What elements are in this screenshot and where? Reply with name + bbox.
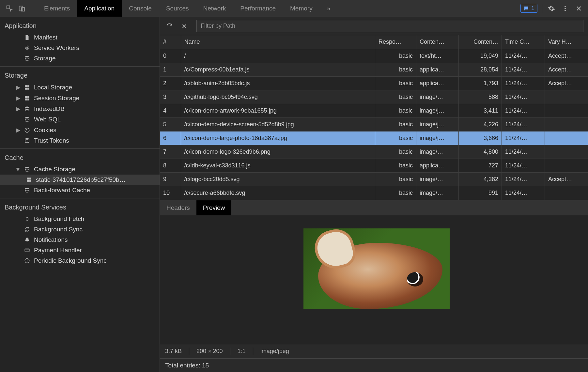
cell-time: 11/24/… bbox=[502, 117, 545, 131]
cell-index: 0 bbox=[160, 49, 181, 63]
tab-memory[interactable]: Memory bbox=[283, 0, 320, 17]
col-index[interactable]: # bbox=[160, 35, 181, 49]
application-sidebar: Application Manifest Service Workers Sto… bbox=[0, 17, 160, 372]
sidebar-item-cache-storage[interactable]: ▼ Cache Storage bbox=[0, 164, 160, 175]
tab-elements[interactable]: Elements bbox=[37, 0, 77, 17]
cell-name: /c/logo-bcc20dd5.svg bbox=[181, 172, 375, 186]
detail-tab-headers[interactable]: Headers bbox=[160, 200, 196, 215]
sidebar-item-trust-tokens[interactable]: Trust Tokens bbox=[0, 135, 160, 146]
sidebar-item-storage[interactable]: Storage bbox=[0, 53, 160, 64]
section-bg-services: Background Services bbox=[0, 201, 160, 214]
col-name[interactable]: Name bbox=[181, 35, 375, 49]
cell-response: basic bbox=[375, 63, 416, 76]
filter-input[interactable] bbox=[196, 20, 583, 32]
close-devtools-icon[interactable] bbox=[574, 4, 583, 13]
col-time-cached[interactable]: Time C… bbox=[502, 35, 545, 49]
table-row[interactable]: 2/c/blob-anim-2db05bdc.jsbasicapplica…1,… bbox=[160, 76, 588, 90]
gear-icon bbox=[23, 45, 31, 51]
sidebar-item-bg-sync[interactable]: Background Sync bbox=[0, 224, 160, 235]
cell-response: basic bbox=[375, 172, 416, 186]
cell-content-type: image/j… bbox=[416, 117, 459, 131]
sidebar-item-bfcache[interactable]: Back-forward Cache bbox=[0, 185, 160, 195]
cell-vary: Accept… bbox=[545, 172, 588, 186]
settings-icon[interactable] bbox=[547, 4, 556, 13]
col-content-length[interactable]: Conten… bbox=[459, 35, 502, 49]
grid-icon bbox=[25, 177, 33, 183]
issues-badge[interactable]: 1 bbox=[520, 4, 537, 13]
cell-content-type: image/j… bbox=[416, 131, 459, 145]
tab-application[interactable]: Application bbox=[77, 0, 122, 17]
cell-vary: Accept… bbox=[545, 49, 588, 63]
svg-point-3 bbox=[565, 6, 566, 7]
table-row[interactable]: 8/c/idb-keyval-c33d3116.jsbasicapplica…7… bbox=[160, 159, 588, 172]
svg-point-17 bbox=[25, 117, 29, 119]
topbar-left bbox=[0, 3, 37, 14]
sidebar-item-periodic-sync[interactable]: Periodic Background Sync bbox=[0, 256, 160, 266]
refresh-button[interactable] bbox=[164, 21, 174, 31]
kebab-menu-icon[interactable] bbox=[561, 4, 570, 13]
cell-content-type: applica… bbox=[416, 76, 459, 90]
cell-content-length: 588 bbox=[459, 90, 502, 104]
sidebar-item-manifest[interactable]: Manifest bbox=[0, 32, 160, 43]
table-row[interactable]: 4/c/icon-demo-artwork-9eba1655.jpgbasici… bbox=[160, 104, 588, 117]
table-row[interactable]: 0/basictext/ht…19,04911/24/…Accept… bbox=[160, 49, 588, 63]
svg-point-19 bbox=[26, 129, 27, 130]
card-icon bbox=[23, 247, 31, 253]
cell-index: 6 bbox=[160, 131, 181, 145]
col-vary-header[interactable]: Vary H… bbox=[545, 35, 588, 49]
clear-button[interactable] bbox=[179, 21, 189, 31]
cell-content-type: image/… bbox=[416, 172, 459, 186]
cookie-icon bbox=[23, 127, 31, 133]
preview-statusbar: 3.7 kB 200 × 200 1:1 image/jpeg bbox=[160, 344, 588, 358]
table-row[interactable]: 3/c/github-logo-bc05494c.svgbasicimage/…… bbox=[160, 90, 588, 104]
col-content-type[interactable]: Conten… bbox=[416, 35, 459, 49]
table-row[interactable]: 1/c/Compress-00b1eafa.jsbasicapplica…28,… bbox=[160, 63, 588, 76]
table-row[interactable]: 10/c/secure-a66bbdfe.svgbasicimage/…9911… bbox=[160, 186, 588, 200]
sidebar-item-local-storage[interactable]: ▶ Local Storage bbox=[0, 82, 160, 93]
cell-content-length: 727 bbox=[459, 159, 502, 172]
sidebar-item-websql[interactable]: Web SQL bbox=[0, 114, 160, 125]
table-row[interactable]: 5/c/icon-demo-device-screen-5d52d8b9.jpg… bbox=[160, 117, 588, 131]
svg-rect-29 bbox=[25, 249, 29, 252]
cell-response: basic bbox=[375, 186, 416, 200]
database-icon bbox=[23, 138, 31, 144]
sidebar-item-cookies[interactable]: ▶ Cookies bbox=[0, 125, 160, 135]
issues-count: 1 bbox=[531, 5, 534, 12]
cell-time: 11/24/… bbox=[502, 131, 545, 145]
svg-rect-13 bbox=[27, 96, 29, 98]
cell-time: 11/24/… bbox=[502, 63, 545, 76]
cell-response: basic bbox=[375, 49, 416, 63]
cell-content-type: applica… bbox=[416, 63, 459, 76]
sidebar-item-indexeddb[interactable]: ▶ IndexedDB bbox=[0, 103, 160, 114]
sidebar-item-cache-entry[interactable]: static-3741017226db5c27f50b… bbox=[0, 175, 160, 185]
database-icon bbox=[23, 106, 31, 112]
tab-console[interactable]: Console bbox=[122, 0, 159, 17]
inspect-element-icon[interactable] bbox=[4, 3, 15, 14]
svg-rect-27 bbox=[29, 180, 31, 182]
topbar-right: 1 bbox=[520, 4, 588, 13]
table-row[interactable]: 9/c/logo-bcc20dd5.svgbasicimage/…4,38211… bbox=[160, 172, 588, 186]
tab-sources[interactable]: Sources bbox=[159, 0, 196, 17]
status-mime: image/jpeg bbox=[260, 348, 289, 355]
table-row[interactable]: 7/c/icon-demo-logo-326ed9b6.pngbasicimag… bbox=[160, 145, 588, 159]
total-value: 15 bbox=[202, 362, 209, 369]
bell-icon bbox=[23, 237, 31, 243]
cell-content-length: 991 bbox=[459, 186, 502, 200]
sidebar-item-notifications[interactable]: Notifications bbox=[0, 235, 160, 245]
sidebar-item-service-workers[interactable]: Service Workers bbox=[0, 43, 160, 53]
sidebar-item-session-storage[interactable]: ▶ Session Storage bbox=[0, 93, 160, 103]
cell-response: basic bbox=[375, 76, 416, 90]
sidebar-item-payment[interactable]: Payment Handler bbox=[0, 245, 160, 256]
sync-icon bbox=[23, 226, 31, 232]
tab-performance[interactable]: Performance bbox=[233, 0, 283, 17]
cell-content-length: 4,800 bbox=[459, 145, 502, 159]
detail-tab-preview[interactable]: Preview bbox=[196, 200, 232, 215]
col-response[interactable]: Respo… bbox=[375, 35, 416, 49]
device-toolbar-icon[interactable] bbox=[16, 3, 27, 14]
cell-content-type: image/… bbox=[416, 145, 459, 159]
tab-network[interactable]: Network bbox=[196, 0, 233, 17]
cell-content-type: image/… bbox=[416, 186, 459, 200]
table-row[interactable]: 6/c/icon-demo-large-photo-18da387a.jpgba… bbox=[160, 131, 588, 145]
tab-more[interactable]: » bbox=[320, 0, 338, 17]
sidebar-item-bg-fetch[interactable]: Background Fetch bbox=[0, 214, 160, 224]
